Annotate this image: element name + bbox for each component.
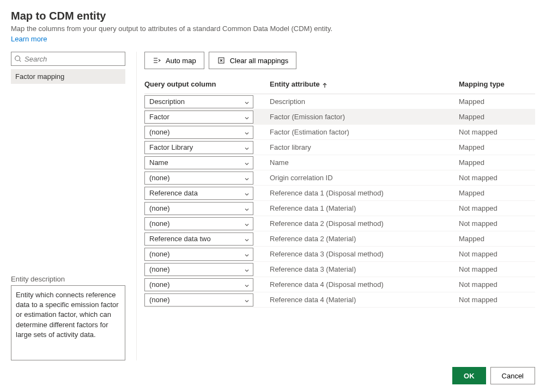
mapping-type-cell: Not mapped [459, 174, 535, 182]
vertical-separator [136, 52, 137, 360]
table-row[interactable]: FactorFactor (Emission factor)Mapped [144, 109, 535, 125]
chevron-down-icon [244, 221, 250, 226]
search-box[interactable] [11, 52, 125, 66]
query-column-select[interactable]: Factor [144, 111, 253, 124]
mapping-type-cell: Not mapped [459, 128, 535, 136]
entity-list: Factor mapping [11, 69, 125, 84]
entity-list-item[interactable]: Factor mapping [11, 69, 125, 84]
mapping-type-cell: Not mapped [459, 296, 535, 304]
select-value: Reference data two [149, 235, 211, 243]
header-mapping-type[interactable]: Mapping type [459, 80, 535, 88]
svg-line-1 [20, 60, 21, 62]
chevron-down-icon [244, 160, 250, 166]
query-column-select[interactable]: (none) [144, 202, 253, 215]
select-value: Factor Library [149, 143, 193, 151]
select-value: (none) [149, 174, 170, 182]
mapping-type-cell: Not mapped [459, 219, 535, 228]
entity-attribute-cell: Reference data 2 (Disposal method) [270, 219, 459, 228]
select-value: (none) [149, 219, 170, 228]
chevron-down-icon [244, 145, 250, 150]
select-value: Reference data [149, 189, 198, 197]
table-row[interactable]: (none)Origin correlation IDNot mapped [144, 170, 535, 186]
chevron-down-icon [244, 236, 250, 242]
page-title: Map to CDM entity [11, 10, 535, 22]
chevron-down-icon [244, 114, 250, 120]
select-value: Description [149, 97, 185, 106]
entity-attribute-cell: Factor library [270, 143, 459, 151]
table-row[interactable]: (none)Reference data 4 (Material)Not map… [144, 292, 535, 308]
auto-map-label: Auto map [166, 57, 196, 65]
query-column-select[interactable]: (none) [144, 263, 253, 276]
mapping-type-cell: Mapped [459, 97, 535, 106]
chevron-down-icon [244, 130, 250, 135]
chevron-down-icon [244, 175, 250, 181]
query-column-select[interactable]: (none) [144, 126, 253, 139]
table-header-row: Query output column Entity attribute Map… [144, 80, 535, 94]
table-row[interactable]: (none)Reference data 3 (Material)Not map… [144, 262, 535, 277]
query-column-select[interactable]: Reference data [144, 187, 253, 200]
sort-ascending-icon [322, 82, 327, 87]
query-column-select[interactable]: Description [144, 95, 253, 108]
entity-attribute-cell: Factor (Estimation factor) [270, 128, 459, 136]
query-column-select[interactable]: (none) [144, 171, 253, 185]
query-column-select[interactable]: Reference data two [144, 232, 253, 246]
entity-description-label: Entity description [11, 275, 125, 283]
mapping-type-cell: Not mapped [459, 280, 535, 289]
table-row[interactable]: (none)Factor (Estimation factor)Not mapp… [144, 125, 535, 140]
query-column-select[interactable]: (none) [144, 217, 253, 230]
select-value: (none) [149, 280, 170, 289]
chevron-down-icon [244, 191, 250, 196]
query-column-select[interactable]: Name [144, 156, 253, 169]
chevron-down-icon [244, 297, 250, 303]
select-value: (none) [149, 128, 170, 136]
entity-description-text: Entity which connects reference data to … [11, 285, 125, 360]
svg-point-0 [15, 56, 20, 61]
search-icon [14, 55, 22, 63]
auto-map-button[interactable]: Auto map [144, 52, 204, 69]
mapping-type-cell: Mapped [459, 189, 535, 197]
search-input[interactable] [11, 52, 125, 66]
query-column-select[interactable]: (none) [144, 248, 253, 261]
entity-attribute-cell: Reference data 3 (Disposal method) [270, 250, 459, 258]
cancel-button[interactable]: Cancel [490, 367, 535, 384]
auto-map-icon [153, 56, 161, 65]
header-query-output-column[interactable]: Query output column [144, 80, 270, 88]
mapping-type-cell: Mapped [459, 158, 535, 167]
table-row[interactable]: DescriptionDescriptionMapped [144, 94, 535, 109]
table-row[interactable]: Reference data twoReference data 2 (Mate… [144, 231, 535, 247]
clear-all-label: Clear all mappings [230, 57, 289, 65]
entity-attribute-cell: Reference data 4 (Material) [270, 296, 459, 304]
table-row[interactable]: Reference dataReference data 1 (Disposal… [144, 186, 535, 201]
learn-more-link[interactable]: Learn more [11, 35, 535, 43]
chevron-down-icon [244, 282, 250, 287]
table-row[interactable]: (none)Reference data 2 (Disposal method)… [144, 216, 535, 231]
entity-attribute-cell: Name [270, 158, 459, 167]
header-entity-attribute[interactable]: Entity attribute [270, 80, 459, 88]
query-column-select[interactable]: Factor Library [144, 141, 253, 154]
entity-attribute-cell: Reference data 1 (Material) [270, 204, 459, 212]
entity-attribute-cell: Reference data 4 (Disposal method) [270, 280, 459, 289]
ok-button[interactable]: OK [452, 367, 486, 384]
clear-all-mappings-button[interactable]: Clear all mappings [209, 52, 297, 69]
page-subtitle: Map the columns from your query output t… [11, 24, 535, 33]
mapping-type-cell: Mapped [459, 143, 535, 151]
table-row[interactable]: (none)Reference data 1 (Material)Not map… [144, 201, 535, 216]
select-value: (none) [149, 204, 170, 212]
query-column-select[interactable]: (none) [144, 293, 253, 307]
select-value: Factor [149, 113, 169, 121]
select-value: Name [149, 158, 168, 167]
entity-attribute-cell: Reference data 3 (Material) [270, 265, 459, 273]
table-row[interactable]: (none)Reference data 4 (Disposal method)… [144, 277, 535, 292]
table-row[interactable]: NameNameMapped [144, 155, 535, 170]
chevron-down-icon [244, 252, 250, 257]
chevron-down-icon [244, 99, 250, 105]
entity-attribute-cell: Reference data 2 (Material) [270, 235, 459, 243]
table-row[interactable]: (none)Reference data 3 (Disposal method)… [144, 247, 535, 262]
entity-attribute-cell: Description [270, 97, 459, 106]
entity-attribute-cell: Reference data 1 (Disposal method) [270, 189, 459, 197]
table-row[interactable]: Factor LibraryFactor libraryMapped [144, 140, 535, 155]
entity-attribute-cell: Factor (Emission factor) [270, 113, 459, 121]
mapping-type-cell: Not mapped [459, 204, 535, 212]
query-column-select[interactable]: (none) [144, 278, 253, 291]
select-value: (none) [149, 265, 170, 273]
